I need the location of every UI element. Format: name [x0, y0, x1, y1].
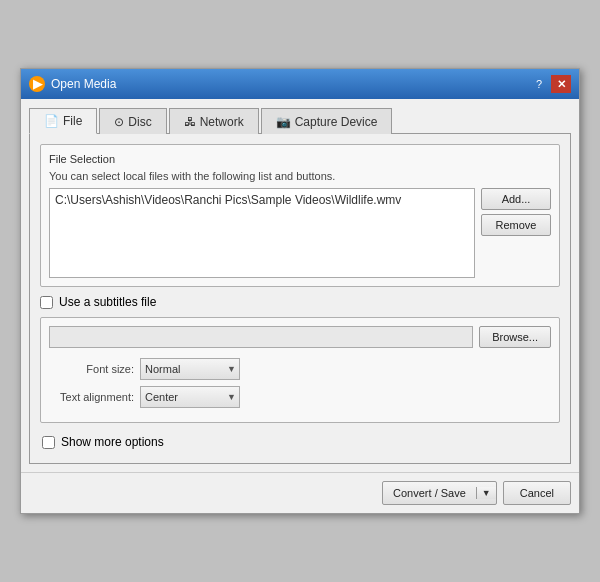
cancel-button[interactable]: Cancel [503, 481, 571, 505]
show-more-checkbox[interactable] [42, 436, 55, 449]
subtitle-section: Browse... Font size: Smaller Small Norma… [40, 317, 560, 423]
text-alignment-select[interactable]: Left Center Right [140, 386, 240, 408]
subtitle-checkbox[interactable] [40, 296, 53, 309]
vlc-icon: ▶ [29, 76, 45, 92]
disc-tab-label: Disc [128, 115, 151, 129]
show-more-label: Show more options [61, 435, 164, 449]
subtitle-file-row: Browse... [49, 326, 551, 348]
file-buttons: Add... Remove [481, 188, 551, 278]
text-alignment-label: Text alignment: [59, 391, 134, 403]
convert-save-arrow-icon[interactable]: ▼ [476, 487, 496, 499]
tab-capture[interactable]: 📷 Capture Device [261, 108, 393, 134]
subtitle-checkbox-label: Use a subtitles file [59, 295, 156, 309]
tab-file[interactable]: 📄 File [29, 108, 97, 134]
browse-button[interactable]: Browse... [479, 326, 551, 348]
file-listbox[interactable]: C:\Users\Ashish\Videos\Ranchi Pics\Sampl… [49, 188, 475, 278]
remove-button[interactable]: Remove [481, 214, 551, 236]
capture-tab-icon: 📷 [276, 115, 291, 129]
text-alignment-select-wrapper: Left Center Right ▼ [140, 386, 240, 408]
subtitle-file-input[interactable] [49, 326, 473, 348]
tab-bar: 📄 File ⊙ Disc 🖧 Network 📷 Capture Device [29, 107, 571, 134]
add-button[interactable]: Add... [481, 188, 551, 210]
convert-save-button[interactable]: Convert / Save ▼ [382, 481, 497, 505]
font-size-select-wrapper: Smaller Small Normal Large Larger ▼ [140, 358, 240, 380]
close-button[interactable]: ✕ [551, 75, 571, 93]
show-more-row: Show more options [40, 431, 560, 453]
file-list-item: C:\Users\Ashish\Videos\Ranchi Pics\Sampl… [53, 192, 471, 208]
disc-tab-icon: ⊙ [114, 115, 124, 129]
network-tab-label: Network [200, 115, 244, 129]
convert-save-main[interactable]: Convert / Save [383, 487, 476, 499]
dialog-body: 📄 File ⊙ Disc 🖧 Network 📷 Capture Device… [21, 99, 579, 472]
file-list-area: C:\Users\Ashish\Videos\Ranchi Pics\Sampl… [49, 188, 551, 278]
subtitle-header: Use a subtitles file [40, 295, 560, 309]
network-tab-icon: 🖧 [184, 115, 196, 129]
font-size-row: Font size: Smaller Small Normal Large La… [49, 358, 551, 380]
help-button[interactable]: ? [529, 75, 549, 93]
file-tab-icon: 📄 [44, 114, 59, 128]
title-bar: ▶ Open Media ? ✕ [21, 69, 579, 99]
file-selection-desc: You can select local files with the foll… [49, 170, 551, 182]
tab-network[interactable]: 🖧 Network [169, 108, 259, 134]
dialog-footer: Convert / Save ▼ Cancel [21, 472, 579, 513]
dialog-title: Open Media [51, 77, 116, 91]
file-selection-section: File Selection You can select local file… [40, 144, 560, 287]
tab-disc[interactable]: ⊙ Disc [99, 108, 166, 134]
tab-content-file: File Selection You can select local file… [29, 134, 571, 464]
font-size-select[interactable]: Smaller Small Normal Large Larger [140, 358, 240, 380]
title-bar-controls: ? ✕ [529, 75, 571, 93]
font-size-label: Font size: [59, 363, 134, 375]
text-alignment-row: Text alignment: Left Center Right ▼ [49, 386, 551, 408]
capture-tab-label: Capture Device [295, 115, 378, 129]
title-bar-left: ▶ Open Media [29, 76, 116, 92]
file-tab-label: File [63, 114, 82, 128]
open-media-dialog: ▶ Open Media ? ✕ 📄 File ⊙ Disc 🖧 Network [20, 68, 580, 514]
file-selection-title: File Selection [49, 153, 551, 165]
